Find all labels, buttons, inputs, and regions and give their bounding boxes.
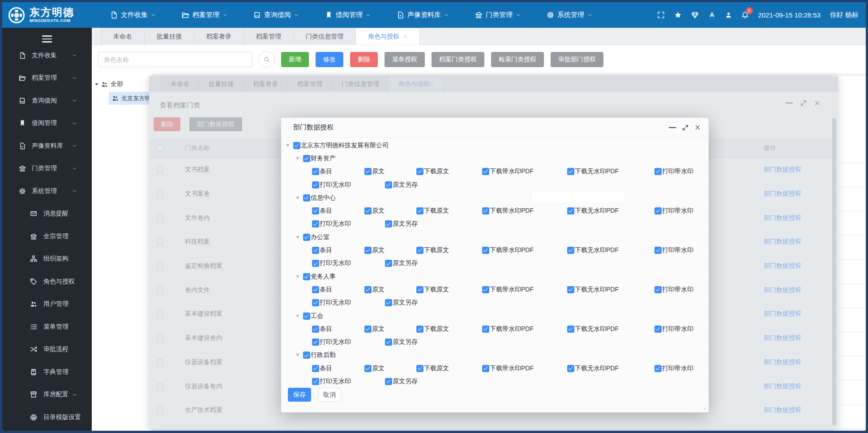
checkbox-checked[interactable] — [364, 365, 372, 372]
perm-item[interactable]: 条目 — [312, 325, 364, 333]
nav-menu-item[interactable]: 声像资料库 — [384, 11, 462, 19]
sidebar-item-dict-mgmt[interactable]: 字典管理 — [2, 361, 92, 384]
tree-node-department[interactable]: 党务人事 — [281, 270, 709, 283]
tree-node-all[interactable]: 全部 — [95, 78, 123, 90]
perm-item[interactable]: 原文 — [364, 167, 416, 176]
minimize-icon[interactable]: — — [669, 124, 676, 131]
perm-item[interactable]: 条目 — [312, 246, 364, 254]
perm-item[interactable]: 下载原文 — [416, 364, 482, 373]
checkbox-checked[interactable] — [312, 168, 319, 175]
close-icon[interactable] — [403, 34, 407, 39]
sidebar-item-message-alert[interactable]: 消息提醒 — [2, 202, 92, 225]
checkbox-checked[interactable] — [482, 207, 489, 214]
tree-node-department[interactable]: 行政后勤 — [281, 349, 709, 362]
font-icon[interactable]: A — [708, 11, 716, 19]
perm-item[interactable]: 原文另存 — [385, 299, 418, 307]
checkbox-checked[interactable] — [654, 365, 662, 372]
checkbox-checked[interactable] — [312, 365, 319, 372]
perm-item[interactable]: 下载无水印PDF — [567, 325, 654, 333]
perm-item[interactable]: 下载原文 — [416, 325, 482, 333]
tab-category-info[interactable]: 门类信息管理 — [294, 28, 356, 45]
perm-item[interactable]: 原文另存 — [385, 377, 418, 386]
perm-item[interactable]: 下载无水印PDF — [567, 364, 654, 373]
perm-item[interactable]: 下载无水印PDF — [567, 286, 654, 294]
approval-dept-auth-button[interactable]: 审批部门授权 — [551, 52, 603, 67]
tab-archive-entry[interactable]: 档案著录 — [194, 28, 244, 45]
checkbox-checked[interactable] — [416, 168, 423, 175]
checkbox-checked[interactable] — [654, 207, 662, 214]
perm-item[interactable]: 原文另存 — [385, 259, 418, 267]
checkbox-checked[interactable] — [482, 168, 489, 175]
checkbox-checked[interactable] — [567, 247, 574, 254]
checkbox-checked[interactable] — [416, 247, 423, 254]
tab-unnamed[interactable]: 未命名 — [101, 28, 145, 45]
perm-item[interactable]: 打印无水印 — [312, 299, 385, 307]
maximize-icon[interactable] — [682, 124, 688, 131]
sidebar-collapse-button[interactable] — [42, 35, 52, 43]
checkbox-checked[interactable] — [312, 207, 319, 214]
checkbox-checked[interactable] — [385, 220, 392, 227]
checkbox-checked[interactable] — [654, 326, 662, 333]
caret-down-icon[interactable] — [95, 83, 98, 86]
perm-item[interactable]: 下载无水印PDF — [567, 207, 654, 215]
checkbox-checked[interactable] — [567, 365, 574, 372]
checkbox-checked[interactable] — [312, 299, 319, 306]
checkbox-checked[interactable] — [364, 207, 372, 214]
perm-item[interactable]: 打印带水印 — [654, 364, 693, 373]
checkbox-checked[interactable] — [303, 234, 310, 241]
sidebar-item-warehouse-config[interactable]: 库房配置 — [2, 383, 92, 406]
perm-item[interactable]: 原文 — [364, 246, 416, 254]
perm-item[interactable]: 下载原文 — [416, 246, 482, 254]
perm-item[interactable]: 条目 — [312, 167, 364, 176]
sidebar-item-roles-auth[interactable]: 角色与授权 — [2, 270, 92, 293]
perm-item[interactable]: 打印无水印 — [312, 220, 385, 228]
checkbox-checked[interactable] — [567, 168, 574, 175]
perm-item[interactable]: 打印无水印 — [312, 377, 385, 386]
brand-logo[interactable]: 东方明德 MINGDEDATA.COM — [8, 2, 74, 28]
tree-node-department[interactable]: 财务资产 — [281, 152, 709, 165]
perm-item[interactable]: 打印无水印 — [312, 259, 385, 267]
user-icon[interactable] — [725, 12, 732, 18]
perm-item[interactable]: 原文 — [364, 286, 416, 294]
checkbox-checked[interactable] — [312, 181, 319, 189]
sidebar-item-system-mgmt[interactable]: 系统管理 — [2, 180, 92, 203]
tree-node-root[interactable]: 北京东方明德科技发展有限公司 — [281, 139, 709, 152]
perm-item[interactable]: 原文另存 — [385, 220, 418, 228]
checkbox-checked[interactable] — [312, 339, 319, 346]
perm-item[interactable]: 打印带水印 — [654, 207, 693, 215]
sidebar-item-archive-mgmt[interactable]: 档案管理 — [2, 67, 92, 90]
search-button[interactable] — [258, 51, 274, 68]
perm-item[interactable]: 原文另存 — [385, 181, 418, 189]
perm-item[interactable]: 打印带水印 — [654, 325, 693, 333]
tab-roles-auth[interactable]: 角色与授权 — [356, 28, 420, 45]
sidebar-item-query-borrow[interactable]: 查询借阅 — [2, 90, 92, 112]
tab-archive-mgmt[interactable]: 档案管理 — [244, 28, 294, 45]
checkbox-checked[interactable] — [385, 260, 392, 267]
checkbox-checked[interactable] — [364, 286, 372, 293]
perm-item[interactable]: 条目 — [312, 286, 364, 294]
fullscreen-icon[interactable] — [657, 11, 665, 19]
menu-auth-button[interactable]: 菜单授权 — [385, 52, 425, 67]
nav-menu-item[interactable]: 门类管理 — [462, 11, 534, 19]
sidebar-item-user-mgmt[interactable]: 用户管理 — [2, 293, 92, 316]
checkbox-checked[interactable] — [385, 339, 392, 346]
checkbox-checked[interactable] — [364, 247, 372, 254]
edit-button[interactable]: 修改 — [316, 52, 343, 67]
checkbox-checked[interactable] — [567, 326, 574, 333]
tree-node-department[interactable]: 工会 — [281, 309, 709, 322]
add-button[interactable]: 新增 — [281, 52, 309, 67]
caret-down-icon[interactable] — [296, 354, 299, 356]
checkbox-checked[interactable] — [303, 155, 310, 162]
checkbox-checked[interactable] — [416, 286, 423, 293]
checkbox-checked[interactable] — [482, 365, 489, 372]
perm-item[interactable]: 打印无水印 — [312, 338, 385, 346]
checkbox-checked[interactable] — [567, 286, 574, 293]
checkbox-checked[interactable] — [364, 168, 372, 175]
tree-node-department[interactable]: 信息中心 — [281, 191, 709, 204]
checkbox-checked[interactable] — [482, 247, 489, 254]
tab-batch-link[interactable]: 批量挂接 — [145, 28, 194, 45]
perm-item[interactable]: 下载无水印PDF — [567, 167, 654, 176]
perm-item[interactable]: 下载带水印PDF — [482, 207, 567, 215]
checkbox-checked[interactable] — [482, 326, 489, 333]
sidebar-item-approval-flow[interactable]: 审批流程 — [2, 338, 92, 361]
